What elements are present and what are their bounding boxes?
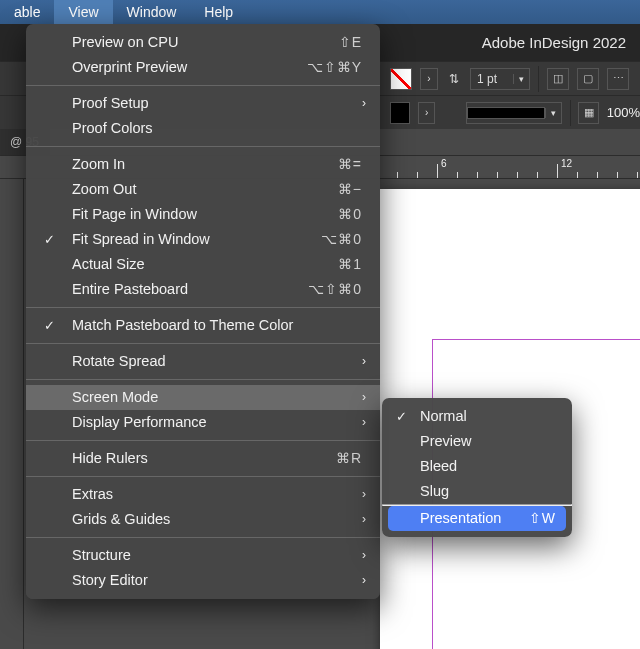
swap-fill-stroke-icon[interactable]: ⇅ <box>446 72 462 86</box>
screen-mode-item[interactable]: Bleed <box>382 454 572 479</box>
view-menu-item[interactable]: Extras› <box>26 482 380 507</box>
ruler-tick <box>577 172 578 178</box>
screen-mode-item[interactable]: Slug <box>382 479 572 504</box>
menu-item-label: Proof Setup <box>72 95 149 111</box>
menu-item-label: Fit Page in Window <box>72 206 197 222</box>
menu-separator <box>26 146 380 147</box>
view-menu-item[interactable]: ✓Fit Spread in Window⌥⌘0 <box>26 227 380 252</box>
stroke-weight-dropdown-icon[interactable]: ▾ <box>513 74 529 84</box>
screen-mode-submenu[interactable]: ✓NormalPreviewBleedSlugPresentation⇧W <box>382 398 572 537</box>
view-menu-item[interactable]: Zoom In⌘= <box>26 152 380 177</box>
menu-item-label: Actual Size <box>72 256 145 272</box>
menu-help[interactable]: Help <box>190 0 247 24</box>
menu-separator <box>26 476 380 477</box>
menu-item-shortcut: ⌘R <box>336 446 362 471</box>
fill-swatch-none[interactable] <box>390 68 412 90</box>
view-menu-item[interactable]: Fit Page in Window⌘0 <box>26 202 380 227</box>
view-menu-item[interactable]: Screen Mode› <box>26 385 380 410</box>
stroke-style-dropdown-icon[interactable]: ▾ <box>545 108 561 118</box>
view-menu-item[interactable]: Entire Pasteboard⌥⇧⌘0 <box>26 277 380 302</box>
menu-item-label: Preview on CPU <box>72 34 178 50</box>
separator <box>538 66 539 92</box>
menu-item-label: Zoom Out <box>72 181 136 197</box>
menu-item-label: Slug <box>420 483 449 499</box>
menu-item-shortcut: ⇧W <box>529 506 556 531</box>
view-menu-item[interactable]: Grids & Guides› <box>26 507 380 532</box>
menu-item-label: Preview <box>420 433 472 449</box>
vertical-ruler[interactable] <box>0 179 24 649</box>
corner-options-icon[interactable]: ◫ <box>547 68 569 90</box>
stroke-style-preview <box>467 107 545 119</box>
zoom-percent[interactable]: 100% <box>607 105 640 120</box>
view-menu-item[interactable]: Proof Colors <box>26 116 380 141</box>
menu-item-shortcut: ⌘1 <box>338 252 362 277</box>
menu-item-label: Rotate Spread <box>72 353 166 369</box>
menu-item-label: Proof Colors <box>72 120 153 136</box>
view-menu-item[interactable]: ✓Match Pasteboard to Theme Color <box>26 313 380 338</box>
view-menu-item[interactable]: Structure› <box>26 543 380 568</box>
fill-swatch-expand[interactable]: › <box>420 68 438 90</box>
view-menu-item[interactable]: Hide Rulers⌘R <box>26 446 380 471</box>
menu-item-shortcut: ⌥⌘0 <box>321 227 362 252</box>
menu-item-label: Screen Mode <box>72 389 158 405</box>
menu-separator <box>26 537 380 538</box>
view-menu-item[interactable]: Preview on CPU⇧E <box>26 30 380 55</box>
menu-item-label: Extras <box>72 486 113 502</box>
ruler-tick <box>477 172 478 178</box>
grid-icon[interactable]: ▦ <box>578 102 598 124</box>
ruler-tick <box>637 172 638 178</box>
swap-icon[interactable] <box>443 106 458 120</box>
app-title: Adobe InDesign 2022 <box>482 34 626 51</box>
menu-separator <box>26 440 380 441</box>
view-menu-item[interactable]: Rotate Spread› <box>26 349 380 374</box>
menu-item-shortcut: ⌥⇧⌘0 <box>308 277 362 302</box>
view-menu-dropdown[interactable]: Preview on CPU⇧EOverprint Preview⌥⇧⌘YPro… <box>26 24 380 599</box>
ruler-tick <box>437 164 438 178</box>
screen-mode-item[interactable]: ✓Normal <box>382 404 572 429</box>
menu-separator <box>26 307 380 308</box>
ruler-tick <box>417 172 418 178</box>
menu-able[interactable]: able <box>0 0 54 24</box>
submenu-arrow-icon: › <box>362 543 366 568</box>
screen-mode-item[interactable]: Preview <box>382 429 572 454</box>
ruler-tick <box>537 172 538 178</box>
stroke-swatch[interactable] <box>390 102 410 124</box>
menu-separator <box>26 343 380 344</box>
view-menu-item[interactable]: Zoom Out⌘− <box>26 177 380 202</box>
view-menu-item[interactable]: Proof Setup› <box>26 91 380 116</box>
menu-item-label: Hide Rulers <box>72 450 148 466</box>
view-menu-item[interactable]: Story Editor› <box>26 568 380 593</box>
submenu-arrow-icon: › <box>362 91 366 116</box>
stroke-style-field[interactable]: ▾ <box>466 102 562 124</box>
check-icon: ✓ <box>44 227 55 252</box>
menu-item-label: Entire Pasteboard <box>72 281 188 297</box>
ruler-tick <box>557 164 558 178</box>
ruler-tick-label: 12 <box>561 158 572 169</box>
submenu-arrow-icon: › <box>362 349 366 374</box>
menu-item-shortcut: ⌘= <box>338 152 362 177</box>
view-menu-item[interactable]: Overprint Preview⌥⇧⌘Y <box>26 55 380 80</box>
menu-item-label: Normal <box>420 408 467 424</box>
submenu-arrow-icon: › <box>362 385 366 410</box>
menu-item-label: Structure <box>72 547 131 563</box>
ruler-tick <box>457 172 458 178</box>
submenu-arrow-icon: › <box>362 507 366 532</box>
frame-options-icon[interactable]: ▢ <box>577 68 599 90</box>
stroke-weight-field[interactable]: 1 pt ▾ <box>470 68 530 90</box>
menu-item-shortcut: ⌘0 <box>338 202 362 227</box>
menu-view[interactable]: View <box>54 0 112 24</box>
menu-window[interactable]: Window <box>113 0 191 24</box>
menu-item-label: Grids & Guides <box>72 511 170 527</box>
more-icon[interactable]: ⋯ <box>607 68 629 90</box>
view-menu-item[interactable]: Actual Size⌘1 <box>26 252 380 277</box>
ruler-tick <box>517 172 518 178</box>
menu-item-label: Match Pasteboard to Theme Color <box>72 317 293 333</box>
ruler-tick <box>617 172 618 178</box>
menu-item-label: Story Editor <box>72 572 148 588</box>
view-menu-item[interactable]: Display Performance› <box>26 410 380 435</box>
stroke-swatch-expand[interactable]: › <box>418 102 435 124</box>
screen-mode-item-presentation[interactable]: Presentation⇧W <box>388 506 566 531</box>
menu-item-label: Display Performance <box>72 414 207 430</box>
menubar[interactable]: able View Window Help <box>0 0 640 24</box>
menu-item-shortcut: ⌥⇧⌘Y <box>307 55 362 80</box>
